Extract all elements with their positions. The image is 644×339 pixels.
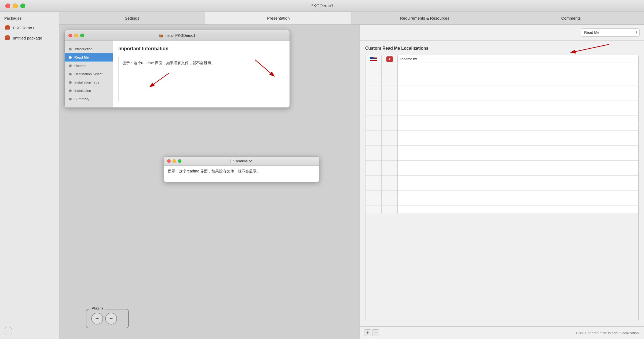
- installer-nav: Introduction Read Me License Destin: [65, 41, 113, 107]
- remove-localization-button[interactable]: −: [372, 329, 379, 336]
- plugins-label: Plugins: [90, 306, 105, 310]
- table-row: [365, 153, 638, 161]
- table-row: [365, 116, 638, 123]
- sidebar-add-section: +: [0, 323, 59, 339]
- localizations-table: A readme.txt: [365, 55, 639, 321]
- table-row: [365, 131, 638, 138]
- readme-minimize-btn[interactable]: [173, 159, 176, 163]
- sidebar-item-label-pkgdemo1: PKGDemo1: [13, 26, 34, 30]
- plugins-add-button[interactable]: +: [91, 313, 103, 324]
- localization-hint: Click + or drag a file to add a localiza…: [576, 331, 640, 335]
- minimize-button[interactable]: [13, 3, 18, 8]
- title-bar: PKGDemo1: [0, 0, 644, 12]
- sidebar-item-untitled[interactable]: untitled package: [0, 33, 59, 43]
- maximize-button[interactable]: [20, 3, 25, 8]
- installer-minimize-btn[interactable]: [74, 34, 78, 37]
- installer-main-area: Important Information 提示：这个readme 界面，如果没…: [113, 41, 290, 107]
- right-panel: Read Me License Introduction Conclusion …: [360, 25, 644, 339]
- presentation-type-dropdown[interactable]: Read Me License Introduction Conclusion …: [581, 28, 640, 37]
- installer-content-text: 提示：这个readme 界面，如果没有文件，就不会显示。: [122, 61, 215, 65]
- nav-dot-summary: [69, 98, 72, 100]
- readme-body[interactable]: 提示：这个readme 界面，如果没有文件，就不会显示。: [164, 166, 319, 182]
- readme-title-bar: readme.txt: [164, 157, 319, 166]
- installer-window-controls: [68, 34, 84, 37]
- content-body: 📦 Install PKGDemo1 Introduction Read Me: [59, 25, 644, 339]
- tab-requirements[interactable]: Requirements & Resources: [352, 12, 498, 24]
- presentation-type-dropdown-wrapper: Read Me License Introduction Conclusion …: [581, 28, 640, 37]
- installer-window: 📦 Install PKGDemo1 Introduction Read Me: [64, 30, 290, 108]
- table-row: [365, 191, 638, 198]
- installer-title-bar: 📦 Install PKGDemo1: [65, 30, 290, 41]
- plugins-remove-button[interactable]: −: [105, 313, 117, 324]
- localization-filename: readme.txt: [400, 57, 417, 61]
- plugins-section: Plugins + −: [86, 309, 129, 328]
- close-button[interactable]: [5, 3, 10, 8]
- empty-rows-container: [365, 63, 638, 213]
- installer-body: Introduction Read Me License Destin: [65, 41, 290, 107]
- table-row: [365, 161, 638, 168]
- installer-title: 📦 Install PKGDemo1: [159, 33, 195, 38]
- installer-nav-license[interactable]: License: [65, 62, 113, 70]
- table-row: [365, 78, 638, 85]
- sidebar-item-pkgdemo1[interactable]: PKGDemo1: [0, 23, 59, 33]
- table-row: [365, 198, 638, 206]
- localization-row-first[interactable]: A readme.txt: [365, 55, 638, 63]
- tab-presentation[interactable]: Presentation: [205, 12, 352, 24]
- installer-nav-destination[interactable]: Destination Select: [65, 70, 113, 78]
- localization-file-cell: readme.txt: [398, 55, 638, 63]
- tab-comments[interactable]: Comments: [498, 12, 644, 24]
- table-row: [365, 123, 638, 131]
- localization-action-buttons: + −: [364, 329, 379, 336]
- installer-main-title: Important Information: [118, 46, 284, 52]
- table-row: [365, 70, 638, 78]
- table-row: [365, 176, 638, 183]
- table-row: [365, 146, 638, 153]
- file-type-badge: A: [386, 56, 393, 62]
- table-row: [365, 183, 638, 191]
- readme-file-icon: [230, 159, 234, 163]
- app-container: Packages PKGDemo1 untitled package + Set…: [0, 12, 644, 339]
- nav-dot-installation: [69, 89, 72, 92]
- window-title: PKGDemo1: [310, 3, 333, 8]
- table-row: [365, 108, 638, 116]
- nav-dot-introduction: [69, 48, 72, 51]
- table-row: [365, 93, 638, 100]
- localization-type-cell: A: [382, 55, 398, 63]
- sidebar: Packages PKGDemo1 untitled package +: [0, 12, 59, 339]
- table-row: [365, 63, 638, 70]
- sidebar-item-label-untitled: untitled package: [13, 36, 42, 40]
- installer-nav-summary[interactable]: Summary: [65, 95, 113, 103]
- installer-maximize-btn[interactable]: [80, 34, 84, 37]
- readme-content: 提示：这个readme 界面，如果没有文件，就不会显示。: [168, 169, 260, 173]
- right-panel-body: Custom Read Me Localizations A: [360, 41, 644, 326]
- table-row: [365, 206, 638, 213]
- readme-window-controls: [167, 159, 181, 163]
- installer-nav-readme[interactable]: Read Me: [65, 53, 113, 62]
- us-flag-icon: [370, 57, 377, 62]
- readme-window-title: readme.txt: [230, 159, 252, 163]
- installer-content-area: 提示：这个readme 界面，如果没有文件，就不会显示。: [118, 56, 284, 102]
- localization-flag-cell: [365, 55, 382, 63]
- installer-nav-installation[interactable]: Installation: [65, 86, 113, 95]
- readme-maximize-btn[interactable]: [178, 159, 181, 163]
- installer-nav-introduction[interactable]: Introduction: [65, 45, 113, 53]
- window-controls: [5, 3, 25, 8]
- readme-window: readme.txt 提示：这个readme 界面，如果没有文件，就不会显示。: [164, 156, 319, 182]
- table-row: [365, 168, 638, 176]
- right-panel-footer: + − Click + or drag a file to add a loca…: [360, 326, 644, 339]
- add-package-button[interactable]: +: [4, 327, 12, 335]
- plugins-buttons: + −: [91, 313, 123, 324]
- nav-dot-destination: [69, 73, 72, 75]
- nav-dot-license: [69, 64, 72, 67]
- installer-nav-installation-type[interactable]: Installation Type: [65, 78, 113, 86]
- table-row: [365, 100, 638, 108]
- top-tabs: Settings Presentation Requirements & Res…: [59, 12, 644, 25]
- add-localization-button[interactable]: +: [364, 329, 371, 336]
- tab-settings[interactable]: Settings: [59, 12, 205, 24]
- localizations-section-title: Custom Read Me Localizations: [365, 46, 639, 51]
- table-row: [365, 85, 638, 93]
- main-content: Settings Presentation Requirements & Res…: [59, 12, 644, 339]
- right-panel-header: Read Me License Introduction Conclusion …: [360, 25, 644, 41]
- installer-close-btn[interactable]: [68, 34, 72, 37]
- readme-close-btn[interactable]: [167, 159, 171, 163]
